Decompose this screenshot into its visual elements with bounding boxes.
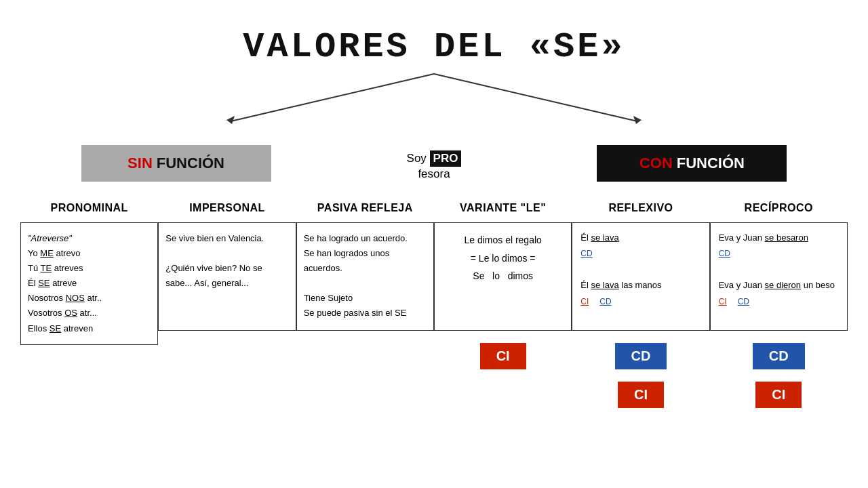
- col-pasiva: PASIVA REFLEJA Se ha logrado un acuerdo.…: [296, 202, 434, 331]
- col-variante: VARIANTE "LE" Le dimos el regalo = Le lo…: [434, 202, 572, 369]
- fesora-label: fesora: [418, 167, 450, 180]
- reciproco-cd2-label: CD: [738, 295, 749, 310]
- col-impersonal: IMPERSONAL Se vive bien en Valencia. ¿Qu…: [158, 202, 296, 331]
- col-impersonal-title: IMPERSONAL: [189, 202, 265, 214]
- reflexivo-cd1-label: CD: [580, 247, 592, 262]
- col-reflexivo: REFLEXIVO Él se lava CD Él se lava las m…: [572, 202, 709, 408]
- variante-line2: = Le lo dimos =: [441, 249, 564, 268]
- col-pronominal: PRONOMINAL "Atreverse" Yo ME atrevo Tú T…: [20, 202, 158, 345]
- col-pronominal-title: PRONOMINAL: [51, 202, 128, 214]
- impersonal-line2: ¿Quién vive bien? No se sabe... Así, gen…: [165, 261, 288, 291]
- col-reciproco: RECÍPROCO Eva y Juan se besaron CD Eva y…: [710, 202, 848, 408]
- reciproco-ex1: Eva y Juan se besaron: [719, 230, 839, 245]
- svg-line-0: [231, 74, 434, 121]
- variante-line1: Le dimos el regalo: [441, 231, 564, 249]
- pronominal-line5: Nosotros NOS atr..: [28, 291, 151, 306]
- pasiva-line2: Se han logrados unos acuerdos.: [304, 246, 427, 276]
- pasiva-line3: Tiene Sujeto: [304, 291, 427, 306]
- pronominal-line3: Tú TE atreves: [28, 261, 151, 276]
- pasiva-line4: Se puede pasiva sin el SE: [304, 306, 427, 321]
- pronominal-line1: "Atreverse": [28, 231, 151, 246]
- profesora-label: Soy PRO fesora: [407, 150, 462, 182]
- reflexivo-ex1: Él se lava: [580, 230, 701, 245]
- pronominal-line2: Yo ME atrevo: [28, 246, 151, 261]
- reciproco-cd1-label: CD: [719, 247, 730, 262]
- reciproco-ex2: Eva y Juan se dieron un beso: [719, 277, 839, 293]
- col-reciproco-box: Eva y Juan se besaron CD Eva y Juan se d…: [710, 222, 848, 331]
- reflexivo-badge-cd: CD: [615, 343, 667, 369]
- col-reflexivo-title: REFLEXIVO: [608, 202, 673, 214]
- reflexivo-ex2: Él se lava las manos: [580, 277, 701, 293]
- col-reciproco-title: RECÍPROCO: [745, 202, 813, 214]
- col-impersonal-box: Se vive bien en Valencia. ¿Quién vive bi…: [158, 222, 296, 331]
- reciproco-ci-label: CI: [719, 295, 727, 310]
- con-funcion-box: CON FUNCIÓN: [597, 145, 787, 182]
- reciproco-badge-ci: CI: [755, 382, 802, 408]
- sin-funcion-box: SIN FUNCIÓN: [81, 145, 271, 182]
- impersonal-line1: Se vive bien en Valencia.: [165, 231, 288, 246]
- reflexivo-ci-label: CI: [580, 295, 589, 310]
- variante-line3: Se lo dimos: [441, 267, 564, 285]
- pasiva-line1: Se ha logrado un acuerdo.: [304, 231, 427, 246]
- reflexivo-cd2-label: CD: [599, 295, 611, 310]
- pro-badge: PRO: [430, 150, 462, 167]
- con-label-red: CON: [639, 155, 673, 172]
- sin-label-rest: FUNCIÓN: [157, 155, 224, 172]
- page-title: VALORES DEL «SE»: [0, 0, 868, 67]
- pronominal-line7: Ellos SE atreven: [28, 321, 151, 336]
- variante-badge-ci: CI: [480, 343, 526, 369]
- pronominal-line6: Vosotros OS atr...: [28, 306, 151, 321]
- col-pasiva-box: Se ha logrado un acuerdo. Se han logrado…: [296, 222, 434, 331]
- col-reflexivo-box: Él se lava CD Él se lava las manos CI CD: [572, 222, 709, 331]
- con-label-rest: FUNCIÓN: [677, 155, 745, 172]
- sin-label-red: SIN: [127, 155, 153, 172]
- col-variante-box: Le dimos el regalo = Le lo dimos = Se lo…: [434, 222, 572, 331]
- col-pasiva-title: PASIVA REFLEJA: [317, 202, 413, 214]
- svg-line-2: [434, 74, 637, 121]
- reciproco-badge-cd: CD: [753, 343, 805, 369]
- soy-label: Soy: [407, 152, 427, 165]
- pronominal-line4: Él SE atreve: [28, 276, 151, 291]
- col-pronominal-box: "Atreverse" Yo ME atrevo Tú TE atreves É…: [20, 222, 158, 345]
- reflexivo-badge-ci: CI: [618, 382, 664, 408]
- col-variante-title: VARIANTE "LE": [460, 202, 546, 214]
